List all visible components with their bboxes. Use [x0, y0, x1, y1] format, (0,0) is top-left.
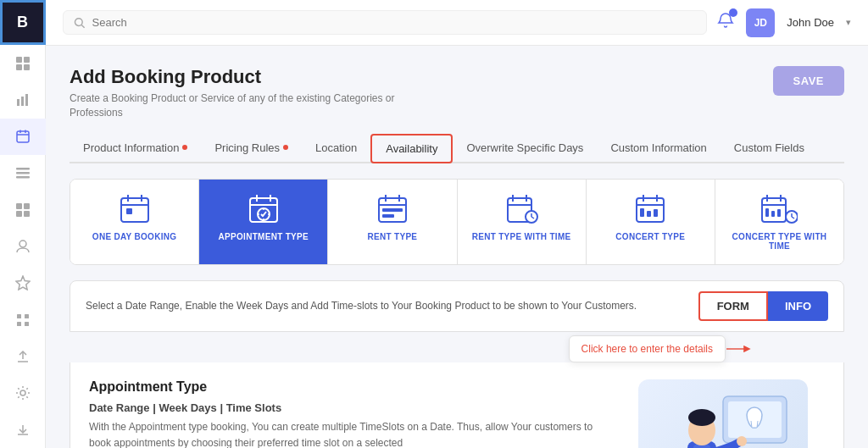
tab-label: Overwrite Specific Days — [466, 141, 583, 154]
rent-label: RENT TYPE — [368, 232, 418, 241]
svg-rect-13 — [16, 176, 30, 179]
rent-time-label: RENT TYPE WITH TIME — [472, 232, 571, 241]
svg-rect-33 — [126, 208, 132, 214]
one-day-booking-icon — [118, 193, 152, 225]
search-box[interactable] — [63, 10, 707, 35]
page-content: Add Booking Product Create a Booking Pro… — [46, 46, 868, 448]
tab-label: Pricing Rules — [214, 141, 280, 154]
sidebar-item-settings[interactable] — [0, 374, 46, 411]
svg-rect-62 — [654, 209, 658, 217]
info-bar: Select a Date Range, Enable the Week Day… — [70, 280, 844, 332]
sidebar-item-list[interactable] — [0, 155, 46, 191]
svg-rect-16 — [16, 211, 22, 217]
booking-type-appointment[interactable]: APPOINTMENT TYPE — [199, 180, 328, 264]
sidebar-item-analytics[interactable] — [0, 81, 46, 118]
tab-custom-information[interactable]: Custom Information — [597, 134, 720, 163]
tooltip-box: Click here to enter the details — [569, 335, 726, 362]
page-header-left: Add Booking Product Create a Booking Pro… — [70, 66, 409, 120]
topbar: JD John Doe ▾ — [46, 0, 868, 46]
sidebar-item-download[interactable] — [0, 412, 46, 448]
tabs-bar: Product Information Pricing Rules Locati… — [70, 134, 844, 163]
tab-pricing-rules[interactable]: Pricing Rules — [201, 134, 302, 163]
svg-rect-67 — [765, 208, 769, 217]
booking-type-concert-time[interactable]: CONCERT TYPE WITH TIME — [715, 180, 843, 264]
section-title: Appointment Type — [89, 379, 604, 395]
search-input[interactable] — [92, 16, 697, 29]
doctor-illustration — [638, 379, 808, 448]
section-subtitle: Date Range | Week Days | Time Slots — [89, 401, 604, 414]
tab-label: Location — [315, 141, 357, 154]
tab-custom-fields[interactable]: Custom Fields — [721, 134, 818, 163]
svg-rect-15 — [24, 203, 30, 209]
svg-point-25 — [20, 390, 25, 395]
svg-rect-69 — [777, 209, 781, 217]
svg-marker-19 — [16, 276, 30, 290]
info-actions: FORM INFO — [698, 291, 828, 321]
sidebar: B — [0, 0, 46, 448]
booking-type-one-day[interactable]: ONE DAY BOOKING — [70, 180, 199, 264]
tooltip-text: Click here to enter the details — [581, 343, 713, 355]
page-subtitle: Create a Booking Product or Service of a… — [70, 91, 409, 120]
svg-rect-12 — [16, 172, 30, 174]
search-icon — [74, 17, 86, 29]
info-button[interactable]: INFO — [768, 291, 828, 321]
tab-product-information[interactable]: Product Information — [70, 134, 201, 163]
svg-point-27 — [75, 18, 82, 25]
notification-badge — [729, 8, 737, 17]
svg-rect-48 — [382, 214, 394, 218]
concert-label: CONCERT TYPE — [615, 232, 685, 241]
svg-rect-0 — [16, 57, 22, 63]
booking-type-rent[interactable]: RENT TYPE — [328, 180, 457, 264]
svg-rect-23 — [25, 322, 29, 326]
content-right — [621, 379, 825, 448]
page-title: Add Booking Product — [70, 66, 409, 88]
sidebar-item-settings2[interactable] — [0, 301, 46, 338]
sidebar-item-booking[interactable] — [0, 119, 46, 155]
svg-rect-47 — [382, 208, 403, 212]
form-button[interactable]: FORM — [698, 291, 768, 321]
booking-type-concert[interactable]: CONCERT TYPE — [587, 180, 715, 264]
one-day-label: ONE DAY BOOKING — [92, 232, 177, 241]
svg-rect-6 — [25, 94, 28, 106]
svg-rect-68 — [771, 211, 775, 217]
svg-rect-60 — [640, 208, 644, 217]
topbar-right: JD John Doe ▾ — [717, 8, 851, 37]
tab-dot — [182, 145, 187, 150]
content-section: Appointment Type Date Range | Week Days … — [70, 362, 844, 448]
svg-rect-11 — [16, 168, 30, 170]
save-button[interactable]: SAVE — [773, 66, 844, 96]
tab-label: Availability — [386, 142, 437, 155]
rent-type-icon — [376, 193, 409, 225]
booking-type-rent-time[interactable]: RENT TYPE WITH TIME — [458, 180, 587, 264]
svg-rect-2 — [16, 64, 22, 70]
svg-rect-22 — [17, 322, 21, 326]
svg-rect-20 — [17, 314, 21, 318]
sidebar-item-products[interactable] — [0, 191, 46, 228]
svg-rect-7 — [17, 131, 29, 142]
sidebar-item-favorites[interactable] — [0, 265, 46, 301]
svg-rect-61 — [647, 211, 651, 217]
tab-availability[interactable]: Availability — [370, 134, 453, 163]
sidebar-item-upload[interactable] — [0, 338, 46, 374]
info-bar-text: Select a Date Range, Enable the Week Day… — [86, 300, 698, 312]
svg-point-18 — [19, 241, 26, 247]
concert-time-label: CONCERT TYPE WITH TIME — [722, 232, 837, 251]
tab-overwrite-specific-days[interactable]: Overwrite Specific Days — [453, 134, 597, 163]
doctor-svg — [647, 384, 799, 448]
appointment-type-icon — [247, 193, 281, 225]
page-header: Add Booking Product Create a Booking Pro… — [70, 66, 844, 120]
svg-line-28 — [81, 25, 84, 27]
svg-rect-21 — [25, 314, 29, 318]
sidebar-item-grid[interactable] — [0, 45, 46, 81]
tab-label: Product Information — [83, 141, 179, 154]
notifications-button[interactable] — [717, 12, 734, 33]
avatar: JD — [746, 8, 775, 37]
svg-point-82 — [688, 409, 715, 426]
concert-type-icon — [633, 193, 667, 225]
user-name[interactable]: John Doe — [787, 16, 834, 29]
svg-rect-1 — [24, 57, 30, 63]
svg-rect-3 — [24, 64, 30, 70]
sidebar-item-users[interactable] — [0, 228, 46, 264]
svg-rect-14 — [16, 203, 22, 209]
tab-location[interactable]: Location — [302, 134, 370, 163]
